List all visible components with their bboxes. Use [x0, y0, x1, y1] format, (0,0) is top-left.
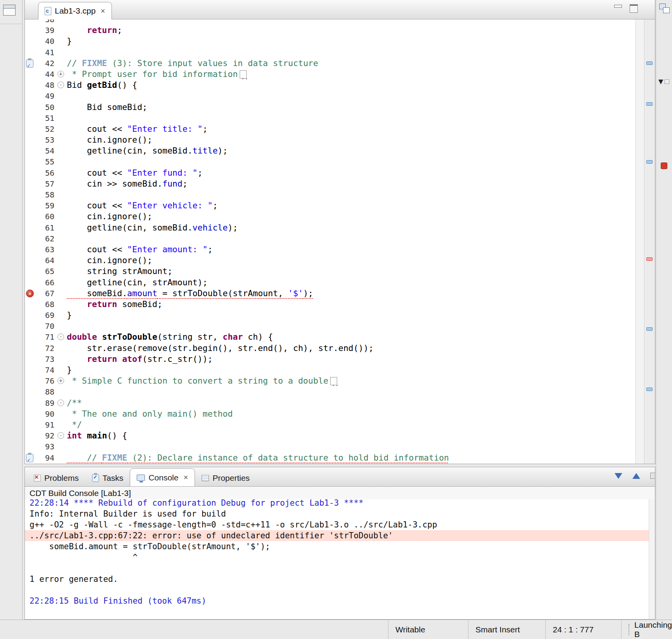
- fold-minus-icon[interactable]: -: [57, 432, 64, 439]
- line-number: 73: [37, 354, 57, 365]
- minimize-icon[interactable]: [613, 3, 623, 12]
- console-scrollbar[interactable]: [649, 499, 655, 619]
- code-text: */: [66, 419, 635, 430]
- line-number: 44: [37, 69, 57, 80]
- code-line[interactable]: 38: [25, 19, 635, 25]
- folded-region-icon[interactable]: [240, 70, 247, 79]
- code-line[interactable]: ×67 someBid.amount = strToDouble(strAmou…: [25, 288, 635, 299]
- fold-minus-icon[interactable]: -: [57, 400, 64, 406]
- previous-error-icon[interactable]: [632, 473, 640, 479]
- task-marker-icon[interactable]: [26, 454, 33, 462]
- code-line[interactable]: 93: [25, 441, 635, 452]
- code-line[interactable]: 57 cin >> someBid.fund;: [25, 178, 635, 189]
- code-line[interactable]: 65 string strAmount;: [25, 266, 635, 277]
- code-line[interactable]: 73 return atof(str.c_str());: [25, 354, 635, 365]
- fold-plus-icon[interactable]: +: [57, 377, 64, 384]
- code-line[interactable]: 92-int main() {: [25, 430, 635, 441]
- code-line[interactable]: 55: [25, 156, 635, 167]
- overview-marker-blue[interactable]: [646, 61, 653, 65]
- fold-plus-icon[interactable]: +: [57, 71, 64, 77]
- code-line[interactable]: 53 cin.ignore();: [25, 134, 635, 145]
- code-line[interactable]: 94 // FIXME (2): Declare instance of dat…: [25, 452, 635, 463]
- code-line[interactable]: 88: [25, 386, 635, 397]
- code-text: [66, 47, 635, 58]
- console-line: ^: [25, 552, 655, 563]
- code-line[interactable]: 66 getline(cin, strAmount);: [25, 277, 635, 288]
- code-text: [66, 91, 635, 101]
- bottom-tabs: ProblemsTasksConsole×Properties: [27, 468, 256, 486]
- outline-icon[interactable]: [659, 3, 670, 15]
- close-icon[interactable]: ×: [183, 473, 188, 482]
- code-line[interactable]: 90 * The one and only main() method: [25, 409, 635, 419]
- overview-marker-blue[interactable]: [646, 160, 653, 164]
- vertical-scrollbar[interactable]: [635, 19, 644, 464]
- code-line[interactable]: 44+ * Prompt user for bid information: [25, 69, 635, 80]
- code-line[interactable]: 48-Bid getBid() {: [25, 80, 635, 91]
- line-number: 60: [37, 211, 57, 222]
- code-line[interactable]: 39 return;: [25, 25, 635, 36]
- overview-ruler[interactable]: [644, 19, 655, 464]
- code-line[interactable]: 76+ * Simple C function to convert a str…: [25, 375, 635, 386]
- code-line[interactable]: 49: [25, 91, 635, 101]
- code-line[interactable]: 74}: [25, 365, 635, 375]
- maximize-icon[interactable]: [628, 3, 639, 12]
- code-line[interactable]: 70: [25, 321, 635, 332]
- console-toolbar: [615, 473, 651, 479]
- code-line[interactable]: 42// FIXME (3): Store input values in da…: [25, 58, 635, 69]
- code-line[interactable]: 54 getline(cin, someBid.title);: [25, 145, 635, 156]
- tab-problems[interactable]: Problems: [27, 470, 85, 486]
- code-line[interactable]: 89-/**: [25, 398, 635, 409]
- code-line[interactable]: 91 */: [25, 419, 635, 430]
- console-line: [25, 585, 655, 595]
- code-line[interactable]: 69}: [25, 310, 635, 321]
- code-line[interactable]: 60 cin.ignore();: [25, 211, 635, 222]
- line-number: 51: [37, 113, 57, 124]
- line-number: 68: [37, 299, 57, 310]
- code-text: cin >> someBid.fund;: [66, 178, 635, 189]
- code-line[interactable]: 71-double strToDouble(string str, char c…: [25, 332, 635, 342]
- view-menu-icon[interactable]: [650, 473, 655, 479]
- line-number: 38: [37, 19, 57, 25]
- code-line[interactable]: 68 return someBid;: [25, 299, 635, 310]
- overview-marker-blue[interactable]: [646, 388, 653, 391]
- code-line[interactable]: 50 Bid someBid;: [25, 102, 635, 113]
- console-line: 22:28:14 **** Rebuild of configuration D…: [25, 499, 655, 508]
- code-line[interactable]: 41: [25, 47, 635, 58]
- code-text: * Prompt user for bid information: [66, 69, 635, 80]
- tab-tasks[interactable]: Tasks: [85, 470, 130, 486]
- console-view[interactable]: 22:28:14 **** Rebuild of configuration D…: [25, 499, 655, 619]
- code-line[interactable]: 52 cout << "Enter title: ";: [25, 124, 635, 134]
- code-line[interactable]: 40}: [25, 36, 635, 47]
- editor-area: c Lab1-3.cpp × 3839 return;40}4142// FIX…: [24, 0, 655, 464]
- next-error-icon[interactable]: [615, 473, 622, 479]
- overview-marker-red[interactable]: [646, 257, 653, 261]
- code-line[interactable]: 51: [25, 113, 635, 124]
- code-line[interactable]: 63 cout << "Enter amount: ";: [25, 244, 635, 255]
- tab-properties[interactable]: Properties: [195, 470, 256, 486]
- folded-region-icon[interactable]: [330, 377, 337, 385]
- error-marker-icon[interactable]: [661, 162, 667, 169]
- code-line[interactable]: 58: [25, 189, 635, 200]
- code-viewport[interactable]: 3839 return;40}4142// FIXME (3): Store i…: [25, 19, 635, 464]
- error-marker-icon[interactable]: ×: [26, 290, 34, 297]
- console-line: Info: Internal Builder is used for build: [25, 508, 655, 519]
- code-line[interactable]: 72 str.erase(remove(str.begin(), str.end…: [25, 343, 635, 354]
- overview-marker-blue[interactable]: [646, 327, 653, 331]
- tab-lab1-3-cpp[interactable]: c Lab1-3.cpp ×: [38, 2, 112, 19]
- status-grip[interactable]: [628, 624, 630, 635]
- close-icon[interactable]: ×: [101, 7, 105, 16]
- view-menu-dropdown[interactable]: ▼: [658, 78, 669, 85]
- overview-marker-blue[interactable]: [646, 102, 653, 106]
- code-line[interactable]: 61 getline(cin, someBid.vehicle);: [25, 222, 635, 233]
- code-text: Bid someBid;: [66, 102, 635, 113]
- code-text: * The one and only main() method: [66, 409, 635, 419]
- code-line[interactable]: 62: [25, 233, 635, 244]
- code-line[interactable]: 56 cout << "Enter fund: ";: [25, 168, 635, 178]
- fold-minus-icon[interactable]: -: [57, 82, 64, 88]
- restore-view-icon[interactable]: [3, 5, 16, 16]
- fold-minus-icon[interactable]: -: [57, 333, 64, 340]
- code-line[interactable]: 64 cin.ignore();: [25, 255, 635, 266]
- task-marker-icon[interactable]: [26, 59, 33, 68]
- tab-console[interactable]: Console×: [130, 468, 195, 486]
- code-line[interactable]: 59 cout << "Enter vehicle: ";: [25, 200, 635, 211]
